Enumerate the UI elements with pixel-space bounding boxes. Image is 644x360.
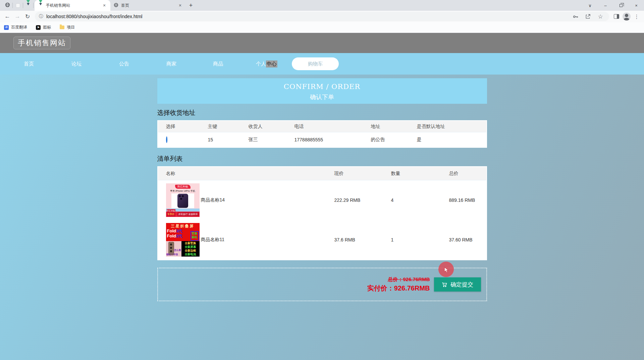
cart-row-item14: 百亿补贴 苹果 iPhone 14Pro 手机 百亿补贴 专享价 原装国行 全国… [158,180,486,220]
actual-pay-price: 实付价：926.76RMB [367,284,430,293]
pinned-tab-globe[interactable] [3,0,11,11]
address-section-heading: 选择收货地址 [157,108,487,117]
submit-order-button[interactable]: 确定提交 [434,277,481,291]
iphone-badge: 百亿补贴 [175,185,191,189]
iphone-caption: 苹果 iPhone 14Pro 手机 [166,189,200,193]
new-tab-button[interactable]: + [186,1,196,10]
nav-item-goods[interactable]: 商品 [213,53,223,75]
pinned-tab-blank[interactable] [14,0,22,11]
profile-avatar[interactable] [622,12,631,21]
col-id: 主键 [208,124,249,130]
tab-search-chevron-icon[interactable]: ∨ [582,0,598,11]
confirm-order-banner: CONFIRM / ORDER 确认下单 [157,78,487,104]
nav-item-forum[interactable]: 论坛 [71,53,82,75]
site-info-icon[interactable]: ⓘ [39,13,43,19]
bookmark-star-icon[interactable]: ☆ [596,12,605,21]
bookmark-label: 图标 [43,25,51,30]
product-total: 889.16 RMB [449,197,486,203]
cart-row-item11: 三星折叠屏 Fold 3代 Fold 2代 官换 新机 [158,220,486,260]
iphone-corner-line1: 百亿补贴 [167,209,175,213]
submit-button-label: 确定提交 [450,281,473,288]
mouse-cursor-icon [443,267,450,274]
samsung-red-panel: 三星折叠屏 Fold 3代 Fold 2代 官换 新机 [166,223,200,241]
col-qty: 数量 [391,171,449,177]
address-id: 15 [208,137,249,142]
tab-separator [33,3,34,8]
bookmark-icons[interactable]: ⚑ 图标 [36,25,51,30]
share-icon[interactable] [583,12,593,21]
product-price: 37.6 RMB [334,237,391,242]
tab-close-icon[interactable]: × [102,3,107,8]
samsung-feature-line: 全新电池 [181,253,200,256]
cart-table-header: 名称 现价 数量 总价 [158,167,486,180]
col-default: 是否默认地址 [417,124,486,130]
fold2-gen: 2代 [176,234,182,239]
pinned-tab-vue[interactable] [24,0,32,11]
url-text[interactable]: localhost:8080/shoujixiaoshou/front/inde… [46,14,142,19]
nav-cart-button[interactable]: 购物车 [292,57,339,70]
window-close-button[interactable]: × [629,0,644,11]
tab-close-icon[interactable]: × [177,3,183,8]
order-summary-box: 总价：926.76RMB 实付价：926.76RMB 确定提交 [157,268,487,301]
side-panel-glyph [614,14,619,19]
samsung-feature-panel: 全新官换 全新屏幕 全新边框 全新电池 [181,241,200,257]
restore-icon [620,4,623,7]
window-restore-button[interactable] [613,0,629,11]
nav-item-seller[interactable]: 商家 [166,53,176,75]
address-text: 的公告 [371,137,417,143]
side-panel-icon[interactable] [612,12,621,21]
reload-button[interactable]: ↻ [23,12,32,21]
samsung-left-text2: 都比二手强 [166,253,178,256]
product-image-iphone: 百亿补贴 苹果 iPhone 14Pro 手机 百亿补贴 专享价 原装国行 全国… [166,183,200,217]
bookmark-label: 百度翻译 [11,25,27,30]
browser-menu-icon[interactable]: ⋮ [632,12,641,21]
col-select: 选择 [166,124,208,130]
samsung-feature-line: 全新屏幕 [181,245,200,249]
product-qty: 4 [391,197,449,203]
site-header: 手机销售网站 [0,33,644,53]
password-key-icon[interactable] [571,12,580,21]
nav-item-home[interactable]: 首页 [24,53,34,75]
col-total: 总价 [449,171,486,177]
tab-title: 首页 [121,3,175,8]
col-receiver: 收货人 [249,124,294,130]
address-bar[interactable]: ⓘ localhost:8080/shoujixiaoshou/front/in… [35,12,609,21]
iphone-bottom-band: 百亿补贴 专享价 原装国行 全国联保 [166,212,200,217]
tab-active-phone-site[interactable]: 手机销售网站 × [35,0,110,11]
samsung-feature-line: 全新边框 [181,249,200,253]
bookmark-baidu-translate[interactable]: 译 百度翻译 [4,25,27,30]
personal-center-selected-text: 中心 [266,60,277,68]
fold3-gen: 3代 [176,229,182,234]
samsung-left-text1: 怎么着 [174,249,181,252]
window-minimize-button[interactable]: – [598,0,613,11]
translate-icon: 译 [4,25,9,30]
banner-title-en: CONFIRM / ORDER [157,83,487,91]
nav-item-notice[interactable]: 公告 [119,53,129,75]
col-address: 地址 [371,124,417,130]
cart-section-heading: 清单列表 [157,154,487,163]
bookmark-label: 项目 [67,25,75,30]
nav-item-personal-center[interactable]: 个人 中心 [256,53,277,75]
fold3-label: Fold [167,229,176,234]
fold2-label: Fold [167,234,176,239]
col-name: 名称 [166,171,334,177]
click-highlight-circle [438,262,454,277]
samsung-title: 三星折叠屏 [166,223,200,229]
flag-icon: ⚑ [36,25,41,30]
address-radio-selected[interactable] [166,136,167,143]
tab-home[interactable]: 首页 × [110,0,186,11]
tab-separator [23,3,23,8]
bookmark-project-folder[interactable]: 项目 [60,25,75,30]
back-button[interactable]: ← [3,12,12,21]
address-table-header: 选择 主键 收货人 电话 地址 是否默认地址 [158,121,486,132]
address-row: 15 张三 17788885555 的公告 是 [158,132,486,147]
product-image-samsung: 三星折叠屏 Fold 3代 Fold 2代 官换 新机 [166,223,200,257]
product-qty: 1 [391,237,449,242]
site-logo[interactable]: 手机销售网站 [13,37,70,49]
product-total: 37.60 RMB [449,237,486,242]
banner-title-zh: 确认下单 [157,93,487,101]
cart-table: 名称 现价 数量 总价 百亿补贴 苹果 iPhone 14Pro 手机 百亿补贴… [157,166,487,260]
window-controls: ∨ – × [582,0,644,11]
main-nav: 首页 论坛 公告 商家 商品 个人 中心 购物车 [0,53,644,75]
address-receiver: 张三 [249,137,294,143]
